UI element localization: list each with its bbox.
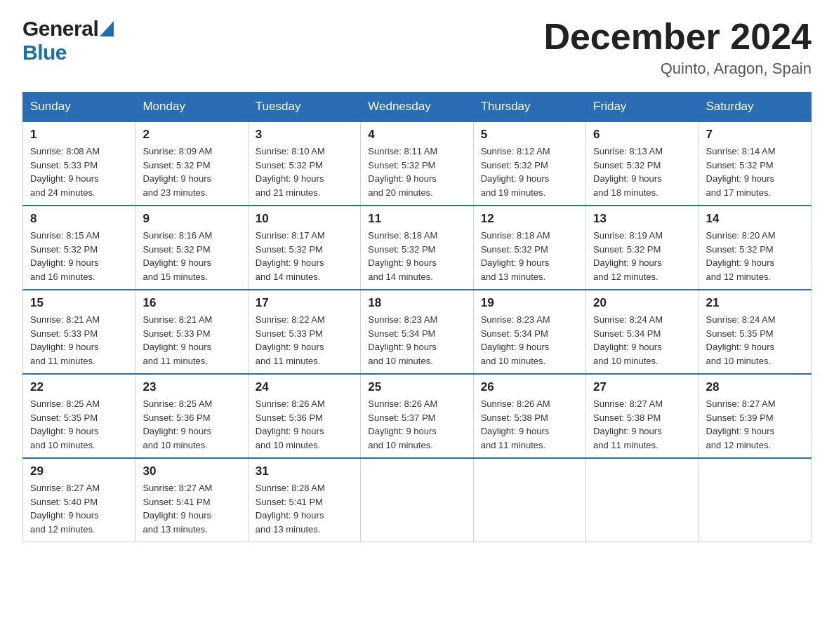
week-row-3: 15Sunrise: 8:21 AMSunset: 5:33 PMDayligh…	[23, 290, 812, 374]
day-info: Sunrise: 8:26 AMSunset: 5:37 PMDaylight:…	[368, 397, 465, 452]
day-info: Sunrise: 8:23 AMSunset: 5:34 PMDaylight:…	[481, 313, 578, 368]
day-info: Sunrise: 8:27 AMSunset: 5:40 PMDaylight:…	[30, 481, 128, 536]
day-info: Sunrise: 8:16 AMSunset: 5:32 PMDaylight:…	[143, 229, 240, 283]
day-number: 3	[256, 128, 353, 142]
page-header: General Blue December 2024 Quinto, Arago…	[22, 17, 812, 78]
day-cell-20: 20Sunrise: 8:24 AMSunset: 5:34 PMDayligh…	[586, 290, 699, 374]
svg-marker-0	[100, 21, 114, 36]
day-cell-27: 27Sunrise: 8:27 AMSunset: 5:38 PMDayligh…	[586, 374, 699, 458]
day-info: Sunrise: 8:25 AMSunset: 5:36 PMDaylight:…	[143, 397, 240, 452]
day-cell-6: 6Sunrise: 8:13 AMSunset: 5:32 PMDaylight…	[586, 121, 699, 206]
day-number: 1	[30, 128, 128, 142]
day-number: 25	[368, 380, 465, 394]
day-number: 16	[143, 296, 240, 310]
day-info: Sunrise: 8:26 AMSunset: 5:38 PMDaylight:…	[481, 397, 578, 452]
day-info: Sunrise: 8:13 AMSunset: 5:32 PMDaylight:…	[593, 145, 691, 199]
day-number: 8	[30, 212, 128, 226]
day-cell-4: 4Sunrise: 8:11 AMSunset: 5:32 PMDaylight…	[361, 121, 473, 206]
day-cell-24: 24Sunrise: 8:26 AMSunset: 5:36 PMDayligh…	[248, 374, 360, 458]
weekday-header-tuesday: Tuesday	[248, 93, 360, 122]
day-cell-23: 23Sunrise: 8:25 AMSunset: 5:36 PMDayligh…	[135, 374, 248, 458]
day-number: 31	[256, 464, 353, 478]
day-number: 7	[706, 128, 804, 142]
day-number: 22	[30, 380, 128, 394]
empty-cell	[361, 458, 473, 542]
day-number: 5	[481, 128, 578, 142]
day-cell-17: 17Sunrise: 8:22 AMSunset: 5:33 PMDayligh…	[248, 290, 360, 374]
day-cell-10: 10Sunrise: 8:17 AMSunset: 5:32 PMDayligh…	[248, 206, 360, 290]
day-info: Sunrise: 8:08 AMSunset: 5:33 PMDaylight:…	[30, 145, 128, 199]
day-info: Sunrise: 8:25 AMSunset: 5:35 PMDaylight:…	[30, 397, 128, 452]
day-number: 19	[481, 296, 578, 310]
empty-cell	[699, 458, 811, 542]
day-number: 11	[368, 212, 465, 226]
day-cell-12: 12Sunrise: 8:18 AMSunset: 5:32 PMDayligh…	[473, 206, 585, 290]
weekday-header-saturday: Saturday	[699, 93, 811, 122]
day-info: Sunrise: 8:21 AMSunset: 5:33 PMDaylight:…	[143, 313, 240, 368]
day-cell-18: 18Sunrise: 8:23 AMSunset: 5:34 PMDayligh…	[361, 290, 473, 374]
day-info: Sunrise: 8:15 AMSunset: 5:32 PMDaylight:…	[30, 229, 128, 283]
day-cell-22: 22Sunrise: 8:25 AMSunset: 5:35 PMDayligh…	[23, 374, 135, 458]
title-area: December 2024 Quinto, Aragon, Spain	[543, 17, 812, 78]
day-cell-21: 21Sunrise: 8:24 AMSunset: 5:35 PMDayligh…	[699, 290, 811, 374]
day-number: 30	[143, 464, 240, 478]
week-row-5: 29Sunrise: 8:27 AMSunset: 5:40 PMDayligh…	[23, 458, 812, 542]
day-cell-26: 26Sunrise: 8:26 AMSunset: 5:38 PMDayligh…	[473, 374, 585, 458]
day-cell-2: 2Sunrise: 8:09 AMSunset: 5:32 PMDaylight…	[135, 121, 248, 206]
day-number: 18	[368, 296, 465, 310]
day-cell-29: 29Sunrise: 8:27 AMSunset: 5:40 PMDayligh…	[23, 458, 135, 542]
day-info: Sunrise: 8:24 AMSunset: 5:34 PMDaylight:…	[593, 313, 691, 368]
day-info: Sunrise: 8:27 AMSunset: 5:39 PMDaylight:…	[706, 397, 804, 452]
day-number: 9	[143, 212, 240, 226]
day-number: 4	[368, 128, 465, 142]
day-info: Sunrise: 8:18 AMSunset: 5:32 PMDaylight:…	[368, 229, 465, 283]
empty-cell	[586, 458, 699, 542]
logo-triangle-icon	[100, 21, 114, 36]
day-cell-5: 5Sunrise: 8:12 AMSunset: 5:32 PMDaylight…	[473, 121, 585, 206]
day-cell-19: 19Sunrise: 8:23 AMSunset: 5:34 PMDayligh…	[473, 290, 585, 374]
day-cell-9: 9Sunrise: 8:16 AMSunset: 5:32 PMDaylight…	[135, 206, 248, 290]
location-title: Quinto, Aragon, Spain	[543, 60, 812, 78]
calendar-table: SundayMondayTuesdayWednesdayThursdayFrid…	[22, 92, 812, 542]
day-info: Sunrise: 8:27 AMSunset: 5:41 PMDaylight:…	[143, 481, 240, 536]
day-cell-15: 15Sunrise: 8:21 AMSunset: 5:33 PMDayligh…	[23, 290, 135, 374]
day-cell-13: 13Sunrise: 8:19 AMSunset: 5:32 PMDayligh…	[586, 206, 699, 290]
week-row-1: 1Sunrise: 8:08 AMSunset: 5:33 PMDaylight…	[23, 121, 812, 206]
day-info: Sunrise: 8:26 AMSunset: 5:36 PMDaylight:…	[256, 397, 353, 452]
logo: General Blue	[22, 17, 114, 65]
day-info: Sunrise: 8:21 AMSunset: 5:33 PMDaylight:…	[30, 313, 128, 368]
day-info: Sunrise: 8:09 AMSunset: 5:32 PMDaylight:…	[143, 145, 240, 199]
week-row-2: 8Sunrise: 8:15 AMSunset: 5:32 PMDaylight…	[23, 206, 812, 290]
day-info: Sunrise: 8:24 AMSunset: 5:35 PMDaylight:…	[706, 313, 804, 368]
day-cell-3: 3Sunrise: 8:10 AMSunset: 5:32 PMDaylight…	[248, 121, 360, 206]
day-number: 6	[593, 128, 691, 142]
day-info: Sunrise: 8:27 AMSunset: 5:38 PMDaylight:…	[593, 397, 691, 452]
day-number: 2	[143, 128, 240, 142]
day-number: 13	[593, 212, 691, 226]
weekday-header-row: SundayMondayTuesdayWednesdayThursdayFrid…	[23, 93, 812, 122]
day-number: 21	[706, 296, 804, 310]
month-title: December 2024	[543, 17, 812, 57]
logo-general-text: General	[22, 17, 114, 41]
day-info: Sunrise: 8:28 AMSunset: 5:41 PMDaylight:…	[256, 481, 353, 536]
day-info: Sunrise: 8:19 AMSunset: 5:32 PMDaylight:…	[593, 229, 691, 283]
day-info: Sunrise: 8:11 AMSunset: 5:32 PMDaylight:…	[368, 145, 465, 199]
weekday-header-thursday: Thursday	[473, 93, 585, 122]
day-info: Sunrise: 8:10 AMSunset: 5:32 PMDaylight:…	[256, 145, 353, 199]
day-cell-14: 14Sunrise: 8:20 AMSunset: 5:32 PMDayligh…	[699, 206, 811, 290]
day-number: 24	[256, 380, 353, 394]
day-cell-30: 30Sunrise: 8:27 AMSunset: 5:41 PMDayligh…	[135, 458, 248, 542]
day-cell-1: 1Sunrise: 8:08 AMSunset: 5:33 PMDaylight…	[23, 121, 135, 206]
day-cell-7: 7Sunrise: 8:14 AMSunset: 5:32 PMDaylight…	[699, 121, 811, 206]
day-cell-11: 11Sunrise: 8:18 AMSunset: 5:32 PMDayligh…	[361, 206, 473, 290]
empty-cell	[473, 458, 585, 542]
day-number: 10	[256, 212, 353, 226]
week-row-4: 22Sunrise: 8:25 AMSunset: 5:35 PMDayligh…	[23, 374, 812, 458]
day-info: Sunrise: 8:23 AMSunset: 5:34 PMDaylight:…	[368, 313, 465, 368]
day-info: Sunrise: 8:20 AMSunset: 5:32 PMDaylight:…	[706, 229, 804, 283]
day-number: 14	[706, 212, 804, 226]
weekday-header-friday: Friday	[586, 93, 699, 122]
day-cell-8: 8Sunrise: 8:15 AMSunset: 5:32 PMDaylight…	[23, 206, 135, 290]
weekday-header-sunday: Sunday	[23, 93, 135, 122]
weekday-header-wednesday: Wednesday	[361, 93, 473, 122]
